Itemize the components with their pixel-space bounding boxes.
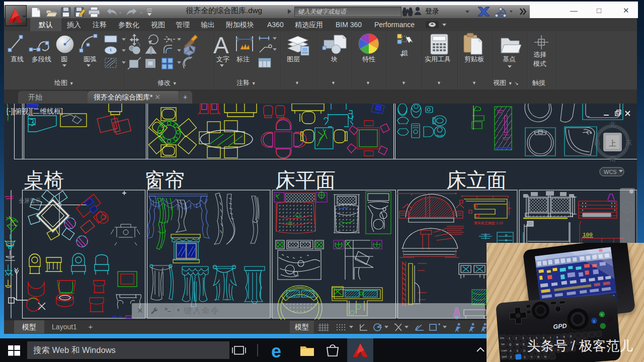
svg-text:1: 1 xyxy=(509,337,511,340)
svg-text:Tab: Tab xyxy=(501,343,505,346)
svg-text:100: 100 xyxy=(583,232,593,238)
svg-text:WCS: WCS xyxy=(604,169,617,175)
svg-text:E: E xyxy=(523,343,525,346)
svg-text:上: 上 xyxy=(609,139,616,147)
svg-text:西: 西 xyxy=(594,139,601,146)
svg-text:床头柜立面图 1:10: 床头柜立面图 1:10 xyxy=(474,221,503,225)
svg-text:X: X xyxy=(593,319,596,324)
svg-text:床立面: 床立面 xyxy=(446,169,507,192)
svg-text:南: 南 xyxy=(609,155,616,162)
svg-text:Esc: Esc xyxy=(500,336,505,339)
svg-text:GPD: GPD xyxy=(553,322,567,330)
svg-text:3: 3 xyxy=(522,336,524,339)
svg-text:Caps: Caps xyxy=(501,349,507,352)
svg-text:B: B xyxy=(537,355,539,358)
svg-text:[-][俯视][二维线框]: [-][俯视][二维线框] xyxy=(7,107,63,115)
svg-text:C: C xyxy=(524,355,526,358)
svg-text:Shift: Shift xyxy=(502,355,507,358)
svg-text:A: A xyxy=(213,32,229,58)
svg-text:Y: Y xyxy=(600,313,603,317)
svg-text:东: 东 xyxy=(625,139,632,146)
svg-text:北: 北 xyxy=(609,121,616,128)
svg-text:Y: Y xyxy=(14,266,19,274)
svg-text:N: N xyxy=(544,355,547,358)
svg-text:V: V xyxy=(530,355,532,358)
svg-text:桌椅: 桌椅 xyxy=(24,169,64,192)
svg-text:e: e xyxy=(271,341,281,361)
svg-text:2: 2 xyxy=(515,336,517,339)
svg-text:W: W xyxy=(516,343,519,346)
svg-text:窗帘: 窗帘 xyxy=(144,169,185,192)
svg-text:D: D xyxy=(523,349,526,352)
svg-text:A: A xyxy=(510,349,512,352)
svg-text:床平面: 床平面 xyxy=(275,169,336,192)
svg-text:S: S xyxy=(516,349,518,352)
